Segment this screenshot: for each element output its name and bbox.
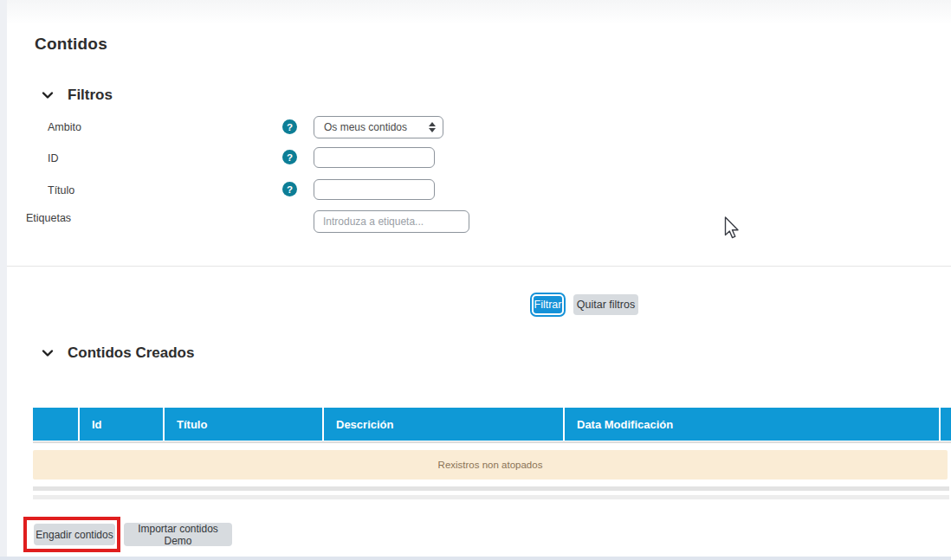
table-header-actions [941, 408, 951, 441]
titulo-label: Título [48, 184, 74, 196]
table-empty-row: Rexistros non atopados [33, 450, 948, 480]
table-header-id[interactable]: Id [80, 408, 165, 441]
table-header-row: Id Título Descrición Data Modificación [33, 408, 951, 441]
page: Contidos Filtros Ambito ? Os meus contid… [0, 0, 951, 560]
etiquetas-input[interactable] [314, 210, 469, 233]
ambito-label: Ambito [48, 121, 81, 133]
mouse-cursor-icon [724, 216, 740, 241]
quitar-filtros-button[interactable]: Quitar filtros [573, 294, 638, 315]
filtrar-button[interactable]: Filtrar [532, 294, 564, 315]
results-section-title: Contidos Creados [68, 344, 194, 362]
page-title: Contidos [35, 35, 107, 54]
ambito-help-icon[interactable]: ? [282, 119, 297, 134]
table-footer-stripe [33, 486, 949, 491]
table-footer-stripe [33, 495, 949, 499]
filters-section-header[interactable]: Filtros [41, 87, 113, 104]
table-header-descricion[interactable]: Descrición [324, 408, 565, 441]
filters-section-title: Filtros [68, 87, 113, 104]
left-edge-strip [0, 0, 7, 560]
chevron-down-icon[interactable] [41, 88, 55, 102]
titulo-input[interactable] [314, 179, 435, 200]
engadir-contidos-button[interactable]: Engadir contidos [34, 524, 115, 545]
bottom-edge-strip [0, 557, 951, 560]
select-arrows-icon [429, 122, 436, 132]
table-header-titulo[interactable]: Título [165, 408, 324, 441]
id-label: ID [48, 152, 59, 164]
chevron-down-icon[interactable] [41, 346, 55, 360]
ambito-select[interactable]: Os meus contidos [314, 116, 443, 138]
results-section-header[interactable]: Contidos Creados [41, 344, 194, 362]
titulo-help-icon[interactable]: ? [282, 182, 297, 196]
etiquetas-label: Etiquetas [26, 212, 71, 224]
table-header-underline [33, 441, 951, 443]
ambito-select-value: Os meus contidos [324, 121, 429, 133]
section-divider [7, 266, 951, 267]
id-help-icon[interactable]: ? [282, 150, 297, 164]
id-input[interactable] [314, 147, 435, 168]
importar-contidos-demo-button[interactable]: Importar contidos Demo [124, 523, 232, 546]
empty-message: Rexistros non atopados [438, 460, 543, 470]
table-header-data-modificacion[interactable]: Data Modificación [565, 408, 941, 441]
table-header-empty [33, 408, 80, 441]
